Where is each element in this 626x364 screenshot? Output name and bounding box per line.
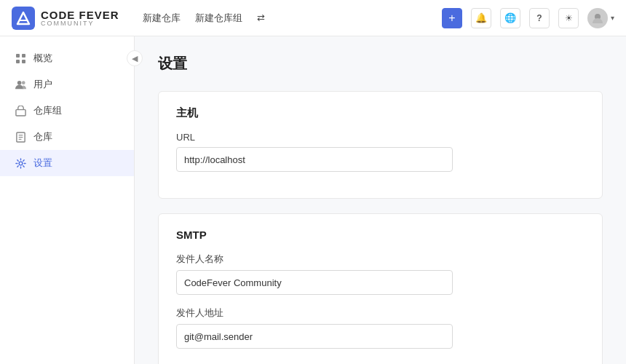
svg-rect-6 [16,60,20,63]
nav-right: + 🔔 🌐 ? ☀ ▾ [442,8,614,28]
add-button[interactable]: + [442,8,462,28]
help-button[interactable]: ? [529,8,550,28]
users-icon [15,79,26,90]
repos-icon [15,131,26,143]
compare-link[interactable]: ⇄ [257,12,265,23]
svg-rect-5 [22,54,25,58]
svg-rect-4 [16,54,20,58]
sender-email-input[interactable] [176,324,453,349]
page-title: 设置 [158,54,603,74]
globe-button[interactable]: 🌐 [500,8,520,28]
sidebar-label-users: 用户 [33,78,52,91]
sender-name-input[interactable] [176,270,453,295]
svg-rect-10 [15,109,25,115]
sidebar-label-groups: 仓库组 [33,104,62,117]
sidebar-item-repos[interactable]: 仓库 [0,124,134,150]
host-section: 主机 URL [158,91,603,199]
sidebar-collapse-btn[interactable]: ◀ [127,50,143,66]
main-content: 设置 主机 URL SMTP 发件人名称 发件人地址 注册 开放注册 [135,36,626,364]
theme-button[interactable]: ☀ [558,8,579,28]
svg-point-9 [21,81,25,84]
avatar [587,8,608,28]
sidebar-label-repos: 仓库 [33,130,52,143]
logo-text: CODE FEVER COMMUNITY [41,9,119,27]
new-repo-link[interactable]: 新建仓库 [143,12,181,25]
groups-icon [15,105,26,116]
sidebar-item-settings[interactable]: 设置 [0,150,134,176]
sidebar-item-groups[interactable]: 仓库组 [0,98,134,124]
smtp-section-title: SMTP [176,229,585,241]
overview-icon [15,52,26,64]
smtp-section: SMTP 发件人名称 发件人地址 [158,213,603,364]
chevron-down-icon: ▾ [611,14,614,22]
sender-email-label: 发件人地址 [176,306,585,320]
sender-name-field-group: 发件人名称 [176,253,585,295]
url-label: URL [176,132,585,143]
settings-icon [15,157,26,169]
layout: 概览 ◀ 用户 仓库组 仓库 设置 设 [0,36,626,364]
svg-rect-0 [12,7,35,30]
nav-links: 新建仓库 新建仓库组 ⇄ [143,12,427,25]
url-field-group: URL [176,132,585,172]
sidebar-item-overview[interactable]: 概览 ◀ [0,45,134,71]
sender-name-label: 发件人名称 [176,253,585,266]
app-name: CODE FEVER [41,9,119,20]
navbar: CODE FEVER COMMUNITY 新建仓库 新建仓库组 ⇄ + 🔔 🌐 … [0,0,626,36]
bell-button[interactable]: 🔔 [471,8,491,28]
logo-icon [12,7,35,30]
app-sub: COMMUNITY [41,20,119,27]
url-input[interactable] [176,147,453,172]
sidebar-label-settings: 设置 [33,157,52,170]
sidebar-label-overview: 概览 [33,52,52,65]
host-section-title: 主机 [176,106,585,120]
sidebar-item-users[interactable]: 用户 [0,71,134,98]
svg-rect-7 [22,60,25,63]
new-group-link[interactable]: 新建仓库组 [195,12,242,25]
sidebar: 概览 ◀ 用户 仓库组 仓库 设置 [0,36,135,364]
sender-email-field-group: 发件人地址 [176,306,585,349]
logo: CODE FEVER COMMUNITY [12,7,128,30]
svg-point-8 [17,80,21,84]
svg-point-15 [19,162,23,165]
user-menu[interactable]: ▾ [587,8,614,28]
